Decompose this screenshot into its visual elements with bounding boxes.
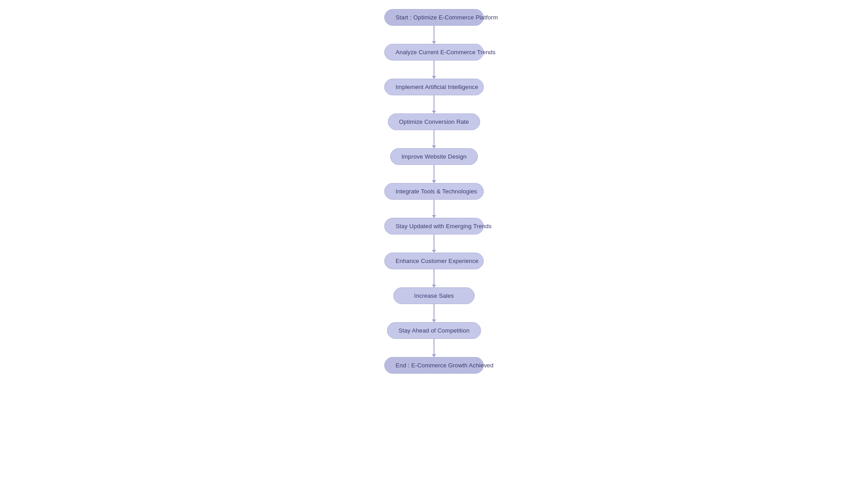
flow-node-improve-web: Improve Website Design bbox=[390, 148, 478, 165]
flow-arrow-3 bbox=[434, 130, 434, 148]
flow-node-increase-sales: Increase Sales bbox=[393, 287, 475, 304]
flowchart: Start : Optimize E-Commerce PlatformAnal… bbox=[344, 0, 524, 392]
flow-arrow-8 bbox=[434, 304, 434, 322]
flow-node-stay-ahead: Stay Ahead of Competition bbox=[387, 322, 481, 339]
flow-node-enhance-cx: Enhance Customer Experience bbox=[384, 253, 484, 269]
flow-node-implement-ai: Implement Artificial Intelligence bbox=[384, 79, 484, 95]
flow-node-analyze: Analyze Current E-Commerce Trends bbox=[384, 44, 484, 61]
flow-node-optimize-cr: Optimize Conversion Rate bbox=[388, 113, 481, 130]
flow-arrow-5 bbox=[434, 200, 434, 218]
flow-node-start: Start : Optimize E-Commerce Platform bbox=[384, 9, 484, 26]
flow-node-stay-updated: Stay Updated with Emerging Trends bbox=[384, 218, 484, 235]
flow-arrow-9 bbox=[434, 339, 434, 357]
flow-arrow-0 bbox=[434, 26, 434, 44]
flow-node-end: End : E-Commerce Growth Achieved bbox=[384, 357, 484, 374]
flow-arrow-1 bbox=[434, 61, 434, 79]
flow-arrow-6 bbox=[434, 235, 434, 253]
flow-arrow-2 bbox=[434, 95, 434, 113]
flow-arrow-4 bbox=[434, 165, 434, 183]
flow-node-integrate-tools: Integrate Tools & Technologies bbox=[384, 183, 484, 200]
flow-arrow-7 bbox=[434, 269, 434, 287]
